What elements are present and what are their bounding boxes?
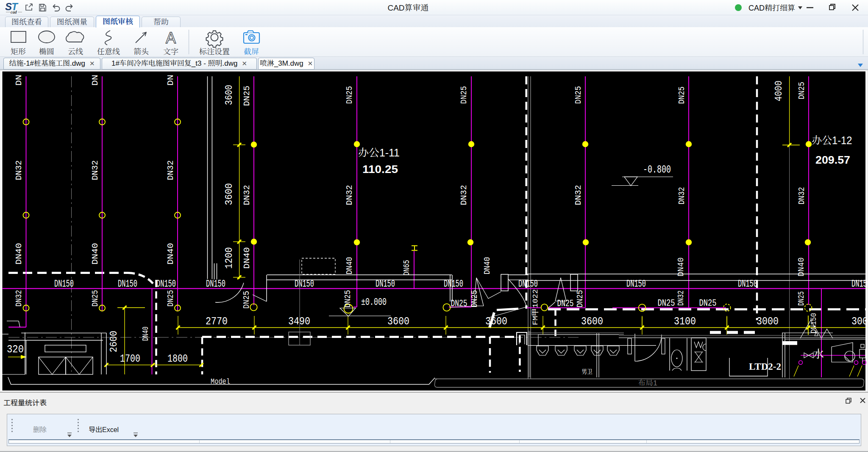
svg-text:DN32: DN32: [90, 160, 100, 180]
svg-text:办公1-12: 办公1-12: [812, 132, 852, 147]
svg-text:DN40: DN40: [482, 257, 492, 274]
svg-text:DN25: DN25: [699, 298, 717, 309]
svg-text:DN25: DN25: [575, 290, 585, 307]
svg-text:Model: Model: [211, 377, 230, 386]
svg-text:DN25: DN25: [557, 299, 574, 309]
svg-text:DN40: DN40: [242, 247, 252, 269]
svg-text:DN40: DN40: [676, 257, 686, 276]
svg-text:DN150: DN150: [54, 278, 74, 290]
svg-text:DN25: DN25: [573, 86, 583, 104]
svg-text:DN150: DN150: [851, 278, 868, 290]
svg-text:DN: DN: [90, 75, 100, 86]
svg-text:DN25: DN25: [343, 290, 353, 307]
svg-text:DN32: DN32: [676, 290, 686, 306]
svg-text:3600: 3600: [581, 315, 603, 328]
svg-text:DN150: DN150: [809, 313, 818, 333]
svg-text:1200: 1200: [223, 247, 235, 269]
svg-text:布局1: 布局1: [638, 377, 657, 388]
svg-text:3600: 3600: [223, 183, 235, 205]
svg-text:DN150: DN150: [518, 278, 538, 290]
svg-text:DN150: DN150: [118, 278, 137, 290]
svg-text:3000: 3000: [851, 315, 868, 328]
svg-text:DN32: DN32: [573, 185, 583, 205]
svg-text:DN25: DN25: [797, 82, 807, 99]
svg-text:DN32: DN32: [345, 185, 354, 205]
svg-text:FM甲1022: FM甲1022: [531, 289, 540, 325]
svg-text:DN25: DN25: [677, 86, 687, 104]
svg-text:DN25: DN25: [166, 290, 175, 307]
svg-text:320: 320: [7, 343, 24, 356]
svg-text:DN32: DN32: [166, 160, 175, 180]
svg-text:3600: 3600: [223, 85, 235, 105]
svg-text:DN65: DN65: [402, 260, 412, 276]
svg-text:DN25: DN25: [459, 86, 469, 104]
svg-text:DN25: DN25: [451, 299, 467, 309]
svg-text:A: A: [166, 29, 176, 47]
svg-text:2770: 2770: [206, 315, 228, 328]
svg-text:LTD2-2: LTD2-2: [749, 361, 781, 372]
svg-text:DN: DN: [14, 75, 24, 86]
svg-text:DN32: DN32: [242, 185, 252, 205]
svg-text:3490: 3490: [288, 315, 310, 328]
svg-text:1800: 1800: [167, 352, 188, 365]
svg-text:DN150: DN150: [738, 278, 757, 290]
svg-text:DN40: DN40: [166, 243, 175, 265]
svg-text:3600: 3600: [485, 315, 507, 328]
svg-text:DN150: DN150: [376, 278, 395, 290]
svg-text:DN150: DN150: [295, 278, 314, 290]
svg-text:3600: 3600: [387, 315, 409, 328]
svg-text:DN32: DN32: [797, 187, 807, 204]
svg-text:水: 水: [813, 345, 824, 361]
svg-text:DN32: DN32: [459, 185, 469, 205]
svg-text:1700: 1700: [120, 352, 140, 365]
svg-text:DN150: DN150: [206, 278, 225, 290]
svg-text:DN40: DN40: [14, 243, 24, 265]
svg-text:男卫: 男卫: [581, 367, 593, 376]
svg-text:办公1-11: 办公1-11: [358, 144, 400, 159]
svg-text:2600: 2600: [108, 331, 120, 352]
svg-text:DN25: DN25: [796, 291, 806, 306]
svg-text:DN40: DN40: [345, 257, 354, 274]
svg-text:DN150: DN150: [626, 278, 646, 290]
svg-text:DN40: DN40: [141, 326, 150, 341]
svg-text:±0.000: ±0.000: [361, 296, 387, 308]
svg-text:-0.800: -0.800: [643, 164, 671, 176]
svg-text:DN32: DN32: [677, 187, 687, 204]
svg-text:DN150: DN150: [156, 278, 176, 290]
svg-text:DN25: DN25: [658, 298, 675, 309]
svg-text:209.57: 209.57: [815, 153, 850, 166]
svg-text:DN40: DN40: [90, 243, 100, 265]
svg-text:DN25: DN25: [90, 290, 100, 307]
svg-text:3100: 3100: [674, 315, 696, 328]
svg-text:3000: 3000: [757, 315, 779, 328]
svg-text:DN25: DN25: [242, 291, 251, 309]
svg-text:DN32: DN32: [14, 290, 24, 307]
svg-text:DN25: DN25: [242, 86, 252, 106]
svg-text:DN: DN: [166, 75, 175, 86]
svg-text:110.25: 110.25: [362, 163, 398, 176]
svg-text:DN40: DN40: [796, 257, 806, 276]
svg-text:DN150: DN150: [444, 278, 463, 290]
svg-text:DN32: DN32: [14, 160, 24, 180]
svg-text:4000: 4000: [773, 81, 785, 101]
svg-text:DN25: DN25: [345, 86, 354, 104]
